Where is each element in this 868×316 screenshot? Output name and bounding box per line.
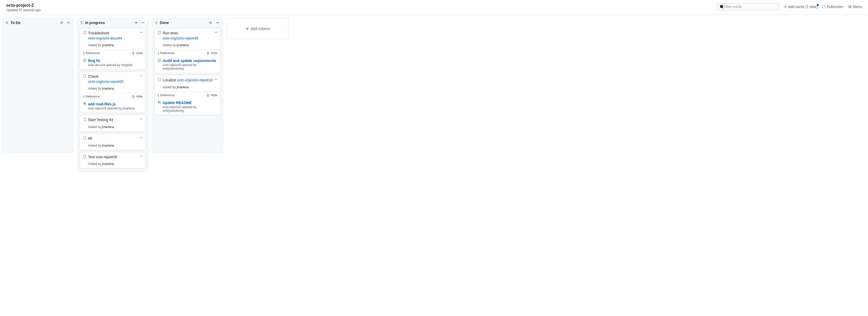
card-meta: Added by jmarlena bbox=[88, 144, 143, 148]
fold-icon bbox=[206, 52, 210, 55]
card[interactable]: Test octo-repo#26 Added by jmarlena bbox=[80, 152, 146, 169]
card[interactable]: Troubleshoot octo-org/octo-docs#4 Added … bbox=[80, 28, 146, 70]
card-link[interactable]: octo-org/octo-repo#10 bbox=[177, 78, 213, 82]
card[interactable]: Localize octo-org/octo-repo#10 Added by … bbox=[154, 75, 221, 116]
reference-subtitle: octo-repo#36 opened by emilyistoofunky bbox=[163, 63, 217, 70]
column-count: 0 bbox=[6, 21, 8, 25]
card[interactable]: Start Testing #3 Added by jmarlena bbox=[80, 115, 146, 132]
search-icon bbox=[720, 5, 724, 9]
card[interactable]: Run tests octo-org/octo-repo#36 Added by… bbox=[154, 28, 221, 73]
issue-open-icon bbox=[158, 59, 161, 62]
hide-reference-button[interactable]: Hide bbox=[206, 52, 217, 55]
card-title: Localize octo-org/octo-repo#10 bbox=[163, 78, 213, 83]
add-cards-label: Add cards (1 new) bbox=[788, 5, 817, 9]
column-title: In progress bbox=[85, 21, 105, 25]
new-indicator-dot bbox=[817, 4, 819, 6]
note-icon bbox=[83, 31, 87, 34]
reference-title[interactable]: Audit and update requirements bbox=[163, 59, 216, 63]
menu-label: Menu bbox=[853, 5, 862, 9]
header-right: Add cards (1 new) Fullscreen Menu bbox=[717, 3, 862, 10]
card-title: #6 bbox=[88, 136, 92, 141]
reference-title[interactable]: add read-files.js bbox=[88, 102, 116, 106]
reference-count: 1 Reference bbox=[158, 93, 175, 97]
add-card-button[interactable] bbox=[59, 21, 64, 25]
note-icon bbox=[83, 136, 87, 140]
header-left: octo-project-2 Updated 37 seconds ago bbox=[6, 3, 40, 12]
project-updated: Updated 37 seconds ago bbox=[6, 8, 40, 12]
note-icon bbox=[83, 155, 87, 158]
hide-reference-button[interactable]: Hide bbox=[206, 93, 217, 97]
card-meta: Added by jmarlena bbox=[88, 162, 143, 166]
column-menu-button[interactable] bbox=[66, 21, 70, 25]
add-column-button[interactable]: Add column bbox=[226, 18, 288, 39]
menu-button[interactable]: Menu bbox=[848, 5, 862, 9]
pr-open-icon bbox=[158, 101, 161, 104]
card-link[interactable]: octo-org/octo-docs#4 bbox=[88, 36, 122, 40]
fullscreen-label: Fullscreen bbox=[827, 5, 843, 9]
card-menu-button[interactable] bbox=[214, 30, 218, 34]
fullscreen-icon bbox=[822, 5, 826, 8]
card-menu-button[interactable] bbox=[139, 73, 143, 78]
card-link[interactable]: octo-org/octo-repo#25 bbox=[88, 80, 124, 84]
add-card-button[interactable] bbox=[209, 21, 213, 25]
note-icon bbox=[158, 31, 161, 34]
card-meta: Added by jmarlena bbox=[163, 86, 217, 89]
card-title: Run tests octo-org/octo-repo#36 bbox=[163, 31, 198, 41]
note-icon bbox=[83, 74, 87, 78]
issue-open-icon bbox=[83, 59, 87, 62]
filter-cards-search[interactable] bbox=[717, 3, 779, 10]
reference-subtitle: octo-repo#10 opened by emilyistoofunky bbox=[163, 105, 217, 113]
card-title: Check octo-org/octo-repo#25 bbox=[88, 74, 124, 84]
reference-count: 1 Reference bbox=[83, 52, 100, 55]
card-menu-button[interactable] bbox=[139, 30, 143, 34]
card-menu-button[interactable] bbox=[139, 135, 143, 140]
project-title: octo-project-2 bbox=[6, 3, 40, 8]
hide-reference-button[interactable]: Hide bbox=[131, 52, 143, 55]
reference-title[interactable]: Bug fix bbox=[88, 59, 100, 63]
add-column-label: Add column bbox=[251, 27, 270, 31]
board: 0 To Do 5 In progress bbox=[0, 15, 868, 176]
plus-icon bbox=[245, 27, 249, 31]
fold-icon bbox=[206, 93, 210, 97]
card-menu-button[interactable] bbox=[139, 117, 143, 121]
column-in-progress: 5 In progress Troubleshoot octo-org/octo… bbox=[77, 18, 148, 172]
reference-body: Bug fix octo-docs#4 opened by megbird bbox=[80, 57, 146, 69]
add-card-button[interactable] bbox=[134, 21, 138, 25]
reference-header: 1 Reference Hide bbox=[80, 50, 146, 57]
card[interactable]: #6 Added by jmarlena bbox=[80, 133, 146, 150]
fullscreen-button[interactable]: Fullscreen bbox=[822, 5, 843, 9]
card-title: Start Testing #3 bbox=[88, 118, 113, 123]
card-meta: Added by jmarlena bbox=[88, 125, 143, 129]
project-header: octo-project-2 Updated 37 seconds ago Ad… bbox=[0, 0, 868, 15]
menu-icon bbox=[848, 5, 852, 8]
column-done: 2 Done Run tests octo-org/octo-repo#36 bbox=[152, 18, 223, 153]
column-count: 2 bbox=[155, 21, 157, 25]
reference-subtitle: octo-docs#4 opened by megbird bbox=[88, 63, 143, 67]
reference-header: 1 Reference Hide bbox=[80, 93, 146, 100]
card-menu-button[interactable] bbox=[214, 77, 218, 81]
column-header: 5 In progress bbox=[78, 19, 148, 26]
column-title: Done bbox=[160, 21, 169, 25]
fold-icon bbox=[131, 52, 135, 55]
fold-icon bbox=[131, 95, 135, 98]
reference-count: 1 Reference bbox=[83, 95, 100, 98]
column-header: 2 Done bbox=[152, 19, 223, 26]
reference-count: 1 Reference bbox=[158, 52, 175, 55]
card-meta: Added by jmarlena bbox=[88, 43, 143, 47]
column-menu-button[interactable] bbox=[215, 21, 220, 25]
note-icon bbox=[83, 118, 87, 121]
card-link[interactable]: octo-org/octo-repo#36 bbox=[163, 36, 198, 40]
reference-subtitle: octo-repo#25 opened by jmarlena bbox=[88, 106, 143, 110]
reference-body: Update README octo-repo#10 opened by emi… bbox=[154, 99, 220, 115]
reference-header: 1 Reference Hide bbox=[154, 50, 220, 57]
column-to-do: 0 To Do bbox=[3, 18, 74, 153]
reference-body: Audit and update requirements octo-repo#… bbox=[154, 57, 220, 73]
column-count: 5 bbox=[81, 21, 83, 25]
card-menu-button[interactable] bbox=[139, 154, 143, 158]
card[interactable]: Check octo-org/octo-repo#25 Added by jma… bbox=[80, 71, 146, 113]
column-menu-button[interactable] bbox=[141, 21, 145, 25]
reference-title[interactable]: Update README bbox=[163, 101, 192, 105]
add-cards-button[interactable]: Add cards (1 new) bbox=[783, 5, 817, 9]
hide-reference-button[interactable]: Hide bbox=[131, 95, 143, 98]
filter-cards-input[interactable] bbox=[724, 5, 776, 9]
